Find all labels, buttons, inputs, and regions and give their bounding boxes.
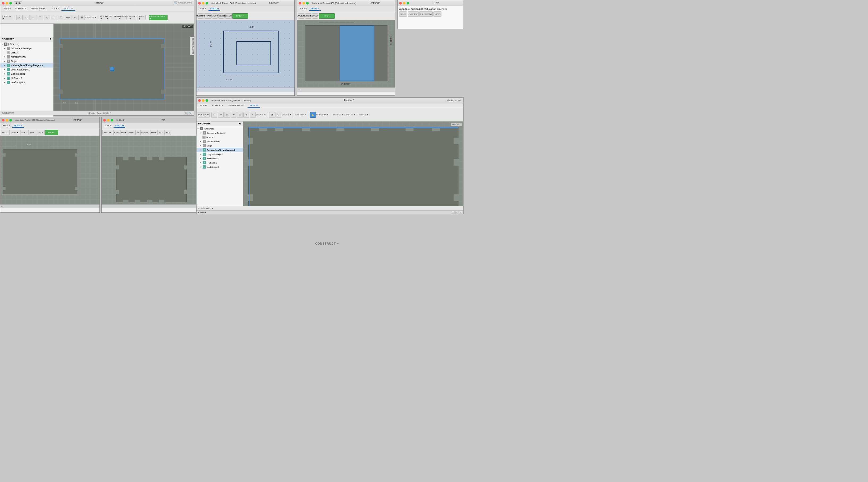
play-btn[interactable]: ⏮ bbox=[197, 211, 199, 214]
bs2-controls[interactable] bbox=[103, 119, 113, 122]
bs2-min[interactable] bbox=[107, 119, 110, 122]
tree-unsaved[interactable]: ▼ F [Unsaved] bbox=[0, 42, 53, 46]
bp2-controls[interactable] bbox=[299, 2, 309, 4]
tab-tools[interactable]: TOOLS bbox=[49, 7, 61, 11]
fusion-tree-doc[interactable]: ▶ D Document Settings bbox=[196, 131, 243, 135]
trim-tool[interactable]: ✂ bbox=[71, 15, 78, 20]
bp2-tab-sketch[interactable]: SKETCH bbox=[309, 7, 321, 11]
fusion-tree-h[interactable]: ▶ H H-Shape:1 bbox=[196, 161, 243, 165]
fusion-create-1[interactable]: □ bbox=[211, 112, 217, 118]
tab-solid[interactable]: SOLID bbox=[1, 7, 13, 11]
fusion-tree-units[interactable]: u Units: in bbox=[196, 135, 243, 139]
bp1-tab-sketch[interactable]: SKETCH bbox=[209, 7, 220, 11]
ellipse-tool[interactable]: ⬭ bbox=[51, 15, 57, 20]
bp2-canvas[interactable]: h: 2.30 in w: 2.00 in ●●● bbox=[297, 20, 395, 92]
fusion-modify-1[interactable]: ⊡ bbox=[269, 112, 275, 118]
bp1-controls[interactable] bbox=[198, 2, 208, 4]
fusion-design[interactable]: DESIGN ▼ bbox=[197, 112, 210, 118]
fit-view-btn[interactable]: ⊡ bbox=[184, 112, 188, 115]
tree-basic-block[interactable]: ▶ B Basic Block:1 bbox=[0, 72, 53, 76]
arc-tool[interactable]: ⌒ bbox=[37, 15, 43, 20]
help-max[interactable] bbox=[407, 2, 409, 4]
bs1-tab-tools[interactable]: TOOLS bbox=[1, 124, 12, 128]
bs2-modify[interactable]: MOD▼ bbox=[120, 130, 127, 135]
nav-fwd[interactable]: ▶ bbox=[18, 1, 22, 5]
circle-tool[interactable]: ○ bbox=[30, 15, 36, 20]
fusion-tab-surface[interactable]: SURFACE bbox=[210, 104, 225, 108]
bp1-close[interactable] bbox=[198, 2, 201, 4]
tree-origin[interactable]: ▶ O Origin bbox=[0, 59, 53, 63]
browser-expand[interactable]: ⊕ bbox=[50, 38, 52, 40]
bp1-select[interactable]: SELECT▼ bbox=[225, 13, 231, 19]
bs2-tab-sketch[interactable]: SKETCH bbox=[114, 124, 125, 128]
minimize-btn[interactable] bbox=[6, 2, 8, 4]
select-btn[interactable]: SELECT ▼ bbox=[140, 15, 146, 20]
bs2-max[interactable] bbox=[111, 119, 113, 122]
bs2-tools[interactable]: TOOLS bbox=[113, 130, 120, 135]
bs2-fx[interactable]: fx bbox=[135, 130, 141, 135]
bs1-select[interactable]: SEL▼ bbox=[37, 130, 45, 135]
end-btn[interactable]: ⏭ bbox=[205, 211, 206, 214]
fusion-browser-expand[interactable]: ⊕ bbox=[239, 122, 241, 125]
close-btn[interactable] bbox=[2, 2, 4, 4]
fusion-tab-tools[interactable]: TOOLS bbox=[248, 104, 260, 108]
help-btn-4[interactable]: TOOLS bbox=[433, 11, 441, 17]
bp1-max[interactable] bbox=[206, 2, 208, 4]
bp1-tab-tools[interactable]: TOOLS bbox=[197, 7, 208, 11]
tab-surface[interactable]: SURFACE bbox=[13, 7, 28, 11]
bs1-insert[interactable]: INS▼ bbox=[28, 130, 36, 135]
bs1-close[interactable] bbox=[2, 119, 4, 122]
window-controls[interactable] bbox=[2, 2, 12, 4]
forward-btn[interactable]: ▶ bbox=[203, 211, 204, 214]
bs1-min[interactable] bbox=[6, 119, 8, 122]
tree-leaf-shape[interactable]: ▶ L Leaf Shape:1 bbox=[0, 80, 53, 85]
offset-tool[interactable]: ⊞ bbox=[79, 15, 85, 20]
fusion-tree-long-rect[interactable]: ▶ L Long Rectangle:1 bbox=[196, 152, 243, 156]
fusion-modify-2[interactable]: ⊝ bbox=[276, 112, 281, 118]
help-btn-2[interactable]: SURFACE bbox=[408, 11, 418, 17]
fusion-tab-sheet-metal[interactable]: SHEET METAL bbox=[226, 104, 247, 108]
fusion-min[interactable] bbox=[202, 99, 205, 102]
zoom-btn[interactable]: 🔍 bbox=[189, 112, 192, 115]
fit-all-btn[interactable]: ⊡ bbox=[452, 211, 455, 214]
bp2-selected-shape[interactable] bbox=[340, 25, 374, 81]
bp1-min[interactable] bbox=[202, 2, 205, 4]
tree-long-rect[interactable]: ▶ L Long Rectangle:1 bbox=[0, 67, 53, 72]
tree-units[interactable]: u Units: in bbox=[0, 51, 53, 55]
inspect-btn[interactable]: INSPECT ▼ bbox=[120, 15, 127, 20]
bs2-tab-tools[interactable]: TOOLS bbox=[103, 124, 113, 128]
bs1-inspect[interactable]: INSP▼ bbox=[20, 130, 28, 135]
fusion-tree-rect-hinges[interactable]: ▶ R Rectangle w/ living hinges:1 bbox=[196, 148, 243, 152]
bs1-finish[interactable]: FINISH✓ bbox=[45, 130, 58, 135]
rewind-btn[interactable]: ◀ bbox=[200, 211, 202, 214]
bs2-construct[interactable]: CONSTR▼ bbox=[141, 130, 150, 135]
nav-back[interactable]: ◀ bbox=[14, 1, 18, 5]
bp1-finish[interactable]: FINISH✓ bbox=[232, 13, 248, 19]
fusion-create-2[interactable]: ⊕ bbox=[218, 112, 224, 118]
finish-sketch-btn[interactable]: FINISH SKETCH ▼ bbox=[149, 15, 167, 20]
bs1-constraints[interactable]: CONST▼ bbox=[9, 130, 20, 135]
tree-h-shape[interactable]: ▶ H H-Shape:1 bbox=[0, 76, 53, 80]
bs1-modify[interactable]: MOD▼ bbox=[1, 130, 9, 135]
insert-btn[interactable]: INSERT ▼ bbox=[130, 15, 136, 20]
polygon-tool[interactable]: ⬡ bbox=[58, 15, 64, 20]
help-close[interactable] bbox=[399, 2, 402, 4]
fusion-tab-solid[interactable]: SOLID bbox=[197, 104, 209, 108]
blueprint-canvas-1[interactable]: h: 0.54 w: 4.5 h: 2.14 ● bbox=[196, 20, 294, 92]
fusion-canvas[interactable]: FRONT bbox=[243, 122, 463, 206]
help-min[interactable] bbox=[403, 2, 406, 4]
fusion-create-4[interactable]: ⟲ bbox=[230, 112, 237, 118]
tab-sketch[interactable]: SKETCH bbox=[61, 7, 75, 11]
bs1-canvas[interactable]: 1.64 ● bbox=[0, 136, 99, 208]
search-btn[interactable]: 🔍 bbox=[174, 1, 177, 5]
tree-doc-settings[interactable]: ▶ D Document Settings bbox=[0, 46, 53, 51]
bs2-inspect[interactable]: INSP▼ bbox=[151, 130, 157, 135]
bs1-max[interactable] bbox=[9, 119, 12, 122]
fusion-create-7[interactable]: + bbox=[250, 112, 255, 118]
help-btn-3[interactable]: SHEET METAL bbox=[420, 11, 433, 17]
bs2-assemble[interactable]: ASSEM▼ bbox=[127, 130, 135, 135]
fusion-tree-leaf[interactable]: ▶ L Leaf Shape:1 bbox=[196, 165, 243, 169]
bp2-min[interactable] bbox=[302, 2, 305, 4]
fusion-construct-btn[interactable]: 📐 bbox=[310, 112, 316, 118]
fusion-max[interactable] bbox=[206, 99, 208, 102]
